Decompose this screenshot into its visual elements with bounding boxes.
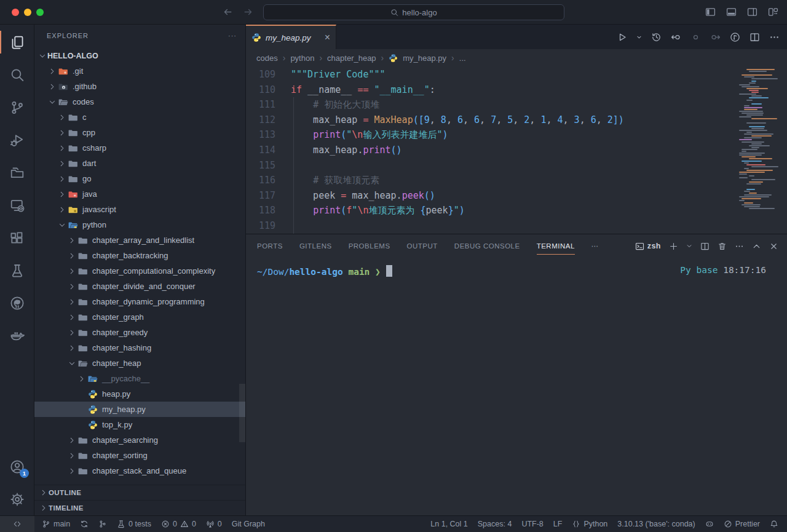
layout-panel-icon[interactable] — [726, 7, 737, 17]
tree-item-csharp[interactable]: csharp — [34, 140, 245, 156]
more-actions-icon[interactable] — [769, 32, 780, 42]
change-circle-icon[interactable] — [690, 32, 701, 42]
arrow-right-icon[interactable] — [243, 7, 253, 17]
maximize-panel-icon[interactable] — [752, 242, 761, 251]
status-0[interactable]: 00 — [156, 516, 201, 532]
tree-item-codes[interactable]: codes — [34, 94, 245, 109]
status-prettier[interactable]: Prettier — [719, 516, 765, 532]
tree-item--github[interactable]: .github — [34, 79, 245, 94]
panel-tab-debug-console[interactable]: DEBUG CONSOLE — [454, 234, 520, 258]
sidebar-scrollbar[interactable] — [239, 384, 245, 442]
split-terminal-icon[interactable] — [700, 242, 710, 251]
status-main[interactable]: main — [37, 516, 75, 532]
shell-selector[interactable]: zsh — [635, 242, 661, 251]
activity-source-control-icon[interactable] — [0, 91, 34, 124]
timeline-history-icon[interactable] — [651, 32, 662, 42]
next-change-icon[interactable] — [710, 32, 721, 42]
tree-item-chapter-graph[interactable]: chapter_graph — [34, 309, 245, 325]
panel-tab-terminal[interactable]: TERMINAL — [537, 234, 575, 258]
tree-item-cpp[interactable]: cpp — [34, 125, 245, 140]
status-sync-icon[interactable] — [75, 516, 93, 532]
activity-search-icon[interactable] — [0, 58, 34, 91]
tree-item-heap-py[interactable]: heap.py — [34, 386, 245, 402]
tree-item-chapter-dynamic-programming[interactable]: chapter_dynamic_programming — [34, 294, 245, 309]
activity-testing-beaker-icon[interactable] — [0, 254, 34, 287]
tab-my-heap[interactable]: my_heap.py × — [246, 25, 336, 49]
status-bell-icon[interactable] — [765, 516, 783, 532]
close-window-button[interactable] — [12, 9, 19, 16]
tree-item-chapter-searching[interactable]: chapter_searching — [34, 432, 245, 448]
status-0[interactable]: 0 — [201, 516, 227, 532]
breadcrumb-item[interactable]: chapter_heap — [327, 54, 376, 63]
previous-change-icon[interactable] — [671, 32, 681, 42]
panel-tab-ports[interactable]: PORTS — [257, 234, 283, 258]
tree-item-javascript[interactable]: javascript — [34, 202, 245, 217]
run-below-icon[interactable] — [730, 32, 740, 42]
breadcrumb-item[interactable]: my_heap.py — [403, 54, 446, 63]
breadcrumb-item[interactable]: ... — [459, 54, 466, 63]
panel-tabs-overflow-icon[interactable]: ⋯ — [591, 242, 599, 250]
tree-item-chapter-computational-complexity[interactable]: chapter_computational_complexity — [34, 263, 245, 279]
section-outline[interactable]: OUTLINE — [34, 485, 245, 500]
minimap[interactable] — [733, 69, 786, 210]
tree-item--pycache-[interactable]: __pycache__ — [34, 371, 245, 386]
run-icon[interactable] — [617, 32, 627, 42]
status-ln-1-col-1[interactable]: Ln 1, Col 1 — [425, 516, 472, 532]
section-timeline[interactable]: TIMELINE — [34, 500, 245, 515]
activity-files-icon[interactable] — [0, 26, 34, 58]
status-utf-8[interactable]: UTF-8 — [516, 516, 548, 532]
zoom-window-button[interactable] — [36, 9, 44, 16]
status-git-graph[interactable]: Git Graph — [227, 516, 270, 532]
tree-item-chapter-stack-and-queue[interactable]: chapter_stack_and_queue — [34, 463, 245, 478]
status-remote-indicator-icon[interactable] — [0, 516, 34, 532]
new-terminal-icon[interactable] — [669, 242, 678, 251]
tree-item-python[interactable]: python — [34, 217, 245, 232]
activity-accounts-icon[interactable]: 1 — [0, 450, 34, 483]
tree-item-chapter-divide-and-conquer[interactable]: chapter_divide_and_conquer — [34, 279, 245, 294]
status-copilot-icon[interactable] — [700, 516, 719, 532]
status-0-tests[interactable]: 0 tests — [112, 516, 156, 532]
status-spaces-4[interactable]: Spaces: 4 — [473, 516, 517, 532]
tree-item-go[interactable]: go — [34, 171, 245, 186]
tree-item-chapter-heap[interactable]: chapter_heap — [34, 355, 245, 371]
tree-item-chapter-array-and-linkedlist[interactable]: chapter_array_and_linkedlist — [34, 232, 245, 248]
minimize-window-button[interactable] — [24, 9, 31, 16]
tree-item-chapter-backtracking[interactable]: chapter_backtracking — [34, 248, 245, 263]
tree-item-hello-algo[interactable]: HELLO-ALGO — [34, 48, 245, 63]
panel-tab-output[interactable]: OUTPUT — [407, 234, 438, 258]
explorer-actions-icon[interactable]: ··· — [228, 32, 237, 39]
window-controls[interactable] — [12, 9, 44, 16]
kill-terminal-icon[interactable] — [718, 242, 727, 251]
command-center-search[interactable]: hello-algo — [263, 4, 564, 20]
status-lf[interactable]: LF — [548, 516, 568, 532]
tree-item-top-k-py[interactable]: top_k.py — [34, 417, 245, 432]
breadcrumb-item[interactable]: codes — [256, 54, 278, 63]
tree-item-chapter-sorting[interactable]: chapter_sorting — [34, 448, 245, 463]
split-editor-icon[interactable] — [749, 32, 760, 42]
more-icon[interactable] — [735, 242, 744, 251]
status-3-10-13-base-conda-[interactable]: 3.10.13 ('base': conda) — [612, 516, 700, 532]
terminal-dropdown-icon[interactable] — [686, 243, 692, 249]
close-tab-icon[interactable]: × — [325, 32, 330, 43]
activity-folder-library-icon[interactable] — [0, 156, 34, 189]
status-python[interactable]: Python — [567, 516, 612, 532]
activity-remote-explorer-icon[interactable] — [0, 189, 34, 221]
tree-item-dart[interactable]: dart — [34, 156, 245, 171]
tree-item-chapter-greedy[interactable]: chapter_greedy — [34, 325, 245, 340]
run-dropdown-icon[interactable] — [636, 34, 642, 40]
arrow-left-icon[interactable] — [223, 7, 233, 17]
panel-tab-problems[interactable]: PROBLEMS — [349, 234, 390, 258]
panel-tab-gitlens[interactable]: GITLENS — [299, 234, 332, 258]
close-panel-icon[interactable] — [769, 242, 778, 251]
tree-item-java[interactable]: java — [34, 186, 245, 202]
terminal[interactable]: ~/Dow/hello-algo main ❯ Py base 18:17:16 — [246, 258, 787, 515]
tree-item-c[interactable]: c — [34, 109, 245, 125]
tree-item-my-heap-py[interactable]: my_heap.py — [34, 402, 245, 417]
layout-customize-icon[interactable] — [768, 7, 778, 17]
code-editor[interactable]: 109"""Driver Code"""110if __name__ == "_… — [246, 66, 787, 234]
activity-github-icon[interactable] — [0, 287, 34, 319]
activity-run-debug-icon[interactable] — [0, 124, 34, 156]
tree-item--git[interactable]: .git — [34, 63, 245, 79]
activity-settings-gear-icon[interactable] — [0, 483, 34, 515]
layout-sidebar-left-icon[interactable] — [705, 7, 716, 17]
